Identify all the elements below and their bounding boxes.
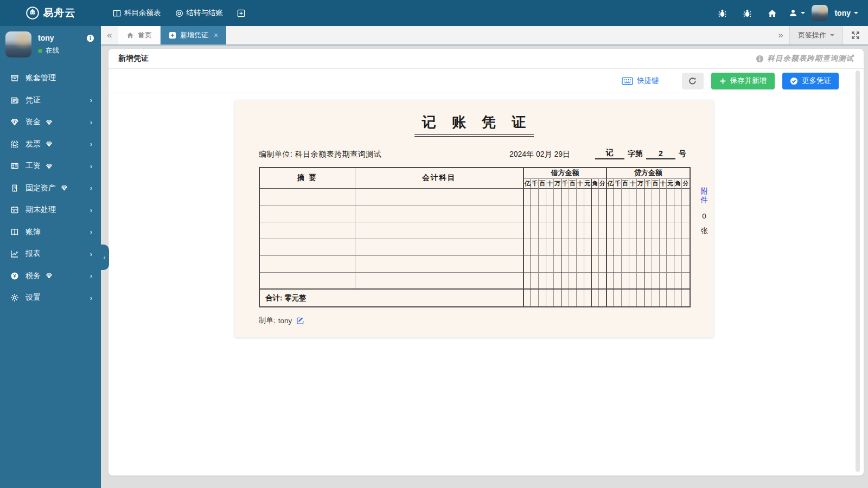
digit-cell: [561, 222, 569, 239]
more-vouchers-button[interactable]: 更多凭证: [782, 73, 839, 89]
tab-close-icon[interactable]: ×: [214, 31, 218, 40]
digit-cell: [682, 289, 690, 306]
sidebar-item-settings[interactable]: 设置 ›: [0, 287, 101, 309]
digit-unit-header: 元: [584, 178, 591, 188]
premium-gem-icon: [61, 184, 68, 191]
voucher-date[interactable]: 2024年 02月 29日: [509, 150, 570, 159]
tabs-scroll-right-button[interactable]: »: [772, 26, 789, 44]
online-status-label: 在线: [46, 46, 59, 55]
topnav-item-closing[interactable]: 结转与结账: [170, 0, 229, 26]
digit-cell: [644, 188, 652, 205]
summary-cell[interactable]: [260, 272, 355, 289]
brand[interactable]: 易舟云: [0, 0, 101, 26]
sidebar-item-ledgers[interactable]: 账簿 ›: [0, 221, 101, 243]
premium-gem-icon: [46, 163, 53, 170]
account-cell[interactable]: [355, 255, 524, 272]
digit-unit-header: 十: [629, 178, 636, 188]
prepared-by-unit: 编制单位: 科目余额表跨期查询测试: [259, 150, 381, 159]
digit-cell: [614, 188, 622, 205]
digit-cell: [569, 205, 576, 222]
digit-cell: [569, 222, 576, 239]
sidebar-item-tax[interactable]: 税务 ›: [0, 265, 101, 287]
edit-icon[interactable]: [296, 317, 304, 325]
digit-cell: [524, 272, 531, 289]
digit-cell: [546, 255, 554, 272]
user-menu-button[interactable]: [787, 0, 807, 26]
digit-cell: [561, 205, 569, 222]
save-and-new-button[interactable]: 保存并新增: [711, 73, 775, 89]
tabs-scroll-left-button[interactable]: «: [101, 26, 118, 44]
topnav: 科目余额表 结转与结账: [107, 0, 251, 26]
content-area: 新增凭证 科目余额表跨期查询测试 快捷键: [101, 46, 868, 487]
account-cell[interactable]: [355, 272, 524, 289]
brand-name: 易舟云: [43, 6, 76, 20]
refresh-button[interactable]: [682, 73, 704, 89]
voucher-word-suffix: 号: [675, 149, 690, 159]
attachment-unit: 张: [699, 227, 710, 235]
account-cell[interactable]: [355, 188, 524, 205]
sidebar-item-invoices[interactable]: 发票 ›: [0, 133, 101, 156]
topnav-add-tab-button[interactable]: [232, 0, 251, 26]
digit-unit-header: 角: [591, 178, 599, 188]
sidebar-item-account-sets[interactable]: 账套管理: [0, 67, 101, 89]
sidebar-item-fixed-assets[interactable]: 固定资产 ›: [0, 177, 101, 200]
bug-report-icon[interactable]: [712, 0, 732, 26]
digit-cell: [539, 289, 546, 306]
fullscreen-expand-icon[interactable]: [843, 26, 868, 44]
digit-cell: [539, 205, 546, 222]
topnav-item-subject-balance[interactable]: 科目余额表: [107, 0, 167, 26]
voucher-entry-row: [260, 188, 690, 205]
info-circle-icon[interactable]: [86, 34, 94, 42]
sidebar-item-vouchers[interactable]: 凭证 ›: [0, 89, 101, 112]
digit-cell: [614, 222, 622, 239]
digit-cell: [584, 289, 591, 306]
sidebar-item-reports[interactable]: 报表 ›: [0, 243, 101, 265]
digit-unit-header: 亿: [607, 178, 614, 188]
digit-cell: [622, 222, 629, 239]
refresh-icon: [688, 77, 697, 85]
tab-new-voucher[interactable]: 新增凭证 ×: [161, 26, 226, 44]
digit-cell: [539, 255, 546, 272]
avatar[interactable]: [812, 5, 828, 21]
digit-cell: [554, 255, 561, 272]
account-cell[interactable]: [355, 205, 524, 222]
attachment-link[interactable]: 附件: [699, 187, 710, 204]
digit-unit-header: 千: [644, 178, 652, 188]
sidebar-collapse-handle[interactable]: ‹: [100, 245, 109, 270]
summary-cell[interactable]: [260, 188, 355, 205]
tab-operations-button[interactable]: 页签操作: [789, 26, 843, 44]
sidebar-item-payroll[interactable]: 工资 ›: [0, 155, 101, 177]
digit-cell: [539, 188, 546, 205]
tab-home[interactable]: 首页: [118, 26, 161, 44]
digit-cell: [629, 255, 636, 272]
digit-cell: [622, 188, 629, 205]
summary-cell[interactable]: [260, 222, 355, 239]
account-cell[interactable]: [355, 222, 524, 239]
summary-cell[interactable]: [260, 255, 355, 272]
digit-cell: [629, 289, 636, 306]
sidebar-item-funds[interactable]: 资金 ›: [0, 111, 101, 133]
account-menu-button[interactable]: tony: [832, 0, 860, 26]
scrollbar[interactable]: [856, 70, 860, 472]
sidebar-item-period-end[interactable]: 期末处理 ›: [0, 199, 101, 221]
bug-debug-icon[interactable]: [737, 0, 757, 26]
avatar[interactable]: [5, 31, 31, 57]
digit-cell: [524, 289, 531, 306]
sidebar-item-label: 发票: [25, 139, 41, 149]
digit-unit-header: 十: [659, 178, 667, 188]
chevron-right-icon: ›: [90, 294, 92, 302]
home-icon[interactable]: [762, 0, 782, 26]
summary-cell[interactable]: [260, 239, 355, 255]
digit-cell: [652, 205, 659, 222]
digit-cell: [652, 188, 659, 205]
digit-cell: [554, 272, 561, 289]
voucher-number-group[interactable]: 记 字第 2 号: [595, 148, 690, 159]
digit-cell: [554, 289, 561, 306]
sidebar-user-name: tony: [38, 34, 54, 42]
summary-cell[interactable]: [260, 205, 355, 222]
account-cell[interactable]: [355, 239, 524, 255]
digit-cell: [674, 188, 682, 205]
shortcut-keys-link[interactable]: 快捷键: [622, 76, 659, 86]
digit-unit-header: 千: [531, 178, 539, 188]
digit-cell: [674, 255, 682, 272]
